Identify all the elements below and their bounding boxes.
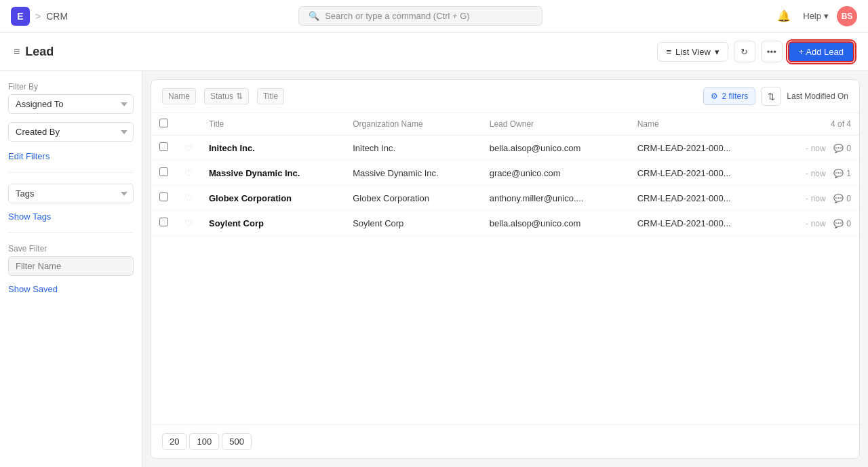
topnav-right: 🔔 Help ▾ BS — [773, 5, 857, 27]
org-name-header: Organization Name — [344, 113, 481, 136]
title-cell[interactable]: Soylent Corp — [201, 211, 344, 236]
comment-number: 0 — [846, 219, 851, 228]
page-size-20-button[interactable]: 20 — [162, 433, 186, 450]
page-title: Lead — [25, 45, 54, 59]
favorite-cell[interactable]: ♡ — [176, 186, 201, 211]
modified-time: now — [811, 194, 826, 203]
dash: - — [806, 218, 808, 228]
tags-select[interactable]: Tags — [8, 184, 134, 203]
name-cell: CRM-LEAD-2021-000... — [629, 136, 776, 161]
title-cell[interactable]: Initech Inc. — [201, 136, 344, 161]
org-name-cell: Globex Corporation — [344, 186, 481, 211]
row-checkbox[interactable] — [159, 192, 168, 201]
filter-by-label: Filter By — [8, 82, 134, 92]
select-all-checkbox[interactable] — [159, 119, 168, 127]
comment-icon: 💬 — [833, 144, 844, 153]
topnav-left: E > CRM — [11, 7, 68, 26]
sort-icon: ⇅ — [768, 92, 775, 102]
created-by-select[interactable]: Created By — [8, 122, 134, 142]
lead-owner-header: Lead Owner — [481, 113, 629, 136]
show-tags-link[interactable]: Show Tags — [8, 211, 134, 222]
table-row: ♡ Soylent Corp Soylent Corp bella.alsop@… — [151, 211, 859, 236]
lead-owner-cell: bella.alsop@unico.com — [481, 136, 629, 161]
modified-time: now — [811, 144, 826, 153]
title-cell[interactable]: Massive Dynamic Inc. — [201, 161, 344, 186]
favorite-cell[interactable]: ♡ — [176, 161, 201, 186]
avatar[interactable]: BS — [837, 6, 857, 26]
tags-section: Tags — [8, 184, 134, 203]
filter-by-section: Filter By Assigned To — [8, 82, 134, 114]
lead-owner-cell: anthony.miller@unico.... — [481, 186, 629, 211]
comment-number: 0 — [846, 194, 851, 203]
page-size-500-button[interactable]: 500 — [222, 433, 252, 450]
favorite-cell[interactable]: ♡ — [176, 136, 201, 161]
page-title-area: ≡ Lead — [14, 45, 54, 59]
search-box[interactable]: 🔍 Search or type a command (Ctrl + G) — [298, 6, 542, 26]
filters-button[interactable]: ⚙ 2 filters — [703, 87, 756, 105]
last-modified-label: Last Modified On — [787, 92, 848, 101]
page-size-100-button[interactable]: 100 — [189, 433, 219, 450]
filter-icon: ⚙ — [711, 92, 718, 101]
filter-name-input[interactable] — [8, 256, 134, 276]
comment-icon: 💬 — [833, 169, 844, 178]
table-body: ♡ Initech Inc. Initech Inc. bella.alsop@… — [151, 136, 859, 236]
help-button[interactable]: Help ▾ — [803, 11, 829, 21]
title-column-header: Title — [257, 88, 284, 104]
modified-time: now — [811, 219, 826, 228]
refresh-button[interactable]: ↻ — [734, 41, 755, 62]
title-cell[interactable]: Globex Corporation — [201, 186, 344, 211]
list-view-button[interactable]: ≡ List View ▾ — [657, 42, 728, 62]
dash: - — [806, 143, 808, 153]
modified-time: now — [811, 169, 826, 178]
dash: - — [806, 168, 808, 178]
add-lead-button[interactable]: + Add Lead — [788, 41, 854, 62]
comment-count[interactable]: 💬 0 — [833, 144, 851, 153]
row-checkbox-cell — [151, 211, 176, 236]
comment-count[interactable]: 💬 0 — [833, 194, 851, 203]
comment-number: 1 — [846, 169, 851, 178]
sidebar: Filter By Assigned To Created By Edit Fi… — [0, 71, 142, 467]
search-placeholder: Search or type a command (Ctrl + G) — [325, 11, 470, 21]
list-view-icon: ≡ — [666, 47, 671, 57]
chevron-down-icon: ▾ — [824, 11, 829, 21]
pagination: 20100500 — [151, 424, 859, 458]
table-toolbar: Name Status ⇅ Title ⚙ 2 filters — [151, 80, 859, 113]
table-toolbar-right: ⚙ 2 filters ⇅ Last Modified On — [703, 87, 848, 106]
title-header: Title — [201, 113, 344, 136]
table-row: ♡ Massive Dynamic Inc. Massive Dynamic I… — [151, 161, 859, 186]
save-filter-section: Save Filter — [8, 244, 134, 276]
dash: - — [806, 193, 808, 203]
ellipsis-icon: ••• — [767, 47, 776, 57]
chevron-down-icon: ▾ — [715, 47, 719, 57]
more-options-button[interactable]: ••• — [761, 41, 783, 62]
row-checkbox[interactable] — [159, 142, 168, 151]
app-icon[interactable]: E — [11, 7, 30, 26]
meta-cell: - now 💬 1 — [776, 161, 859, 186]
edit-filters-link[interactable]: Edit Filters — [8, 151, 134, 161]
org-name-cell: Massive Dynamic Inc. — [344, 161, 481, 186]
breadcrumb-crm[interactable]: CRM — [46, 11, 68, 22]
name-cell: CRM-LEAD-2021-000... — [629, 186, 776, 211]
assigned-to-select[interactable]: Assigned To — [8, 94, 134, 114]
org-name-cell: Soylent Corp — [344, 211, 481, 236]
sidebar-divider-2 — [8, 232, 134, 233]
meta-cell: - now 💬 0 — [776, 136, 859, 161]
show-saved-link[interactable]: Show Saved — [8, 284, 134, 294]
data-table: Title Organization Name Lead Owner Name … — [151, 113, 859, 424]
comment-count[interactable]: 💬 1 — [833, 169, 851, 178]
help-label: Help — [803, 11, 821, 21]
table-row: ♡ Initech Inc. Initech Inc. bella.alsop@… — [151, 136, 859, 161]
table-toolbar-left: Name Status ⇅ Title — [162, 88, 284, 104]
favorite-header — [176, 113, 201, 136]
comment-count[interactable]: 💬 0 — [833, 219, 851, 228]
row-checkbox[interactable] — [159, 167, 168, 176]
search-icon: 🔍 — [309, 11, 319, 21]
row-checkbox[interactable] — [159, 218, 168, 226]
sort-button[interactable]: ⇅ — [761, 87, 781, 106]
favorite-cell[interactable]: ♡ — [176, 211, 201, 236]
breadcrumb-separator: > — [35, 11, 41, 22]
created-by-section: Created By — [8, 122, 134, 142]
notification-button[interactable]: 🔔 — [773, 5, 795, 27]
body-area: Filter By Assigned To Created By Edit Fi… — [0, 71, 868, 467]
hamburger-icon[interactable]: ≡ — [14, 45, 20, 58]
